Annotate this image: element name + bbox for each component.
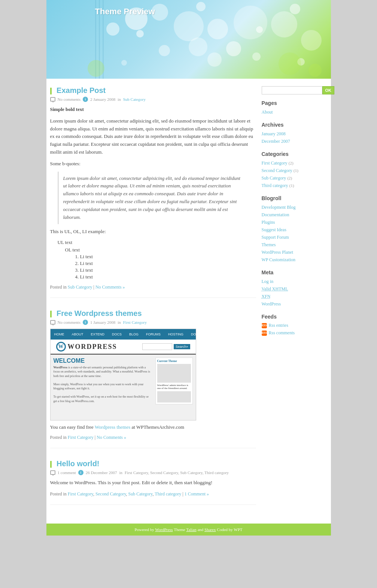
footer-sharex-link[interactable]: Sharex	[204, 527, 216, 532]
cat-third: Third category (1)	[262, 183, 327, 189]
archive-jan-2008-link[interactable]: January 2008	[262, 131, 286, 136]
blogroll-support-link[interactable]: Support Forum	[262, 235, 289, 240]
post2-wp-themes-link[interactable]: Wordpress themes	[95, 424, 130, 430]
archive-dec-2007-link[interactable]: December 2007	[262, 139, 290, 144]
post1-para1: Lorem ipsum dolor sit amet, consectetur …	[50, 117, 256, 156]
post2-posted-in: Posted in	[50, 435, 67, 440]
meta-wordpress-link[interactable]: WordPress	[262, 301, 281, 307]
info-icon-3: i	[78, 470, 83, 475]
post1-list-intro: This is UL, OL, LI example:	[50, 228, 256, 236]
blogroll-docs-link[interactable]: Documentation	[262, 212, 289, 217]
post1-category-link[interactable]: Sub Category	[123, 97, 146, 102]
post2-title-link[interactable]: Free Wordpress themes	[57, 309, 142, 317]
blogroll-suggest-link[interactable]: Suggest Ideas	[262, 227, 286, 232]
cat-first-link[interactable]: First Category	[262, 160, 288, 166]
blogroll-section: Blogroll Development Blog Documentation …	[262, 195, 327, 263]
sidebar: OK Pages About Archives January 2008	[262, 86, 327, 516]
meta-xhtml-link[interactable]: Valid XHTML	[262, 286, 288, 292]
ol-label: OL text	[65, 247, 256, 253]
post2-title: Free Wordpress themes	[50, 309, 256, 318]
wp-logo: W WordPress	[56, 342, 117, 352]
cat-first: First Category (2)	[262, 160, 327, 166]
post3-content: Welcome to WordPress. This is your first…	[50, 479, 256, 487]
li-item-2: Li text	[80, 260, 256, 266]
content-area: Example Post No comments i 2 January 200…	[50, 86, 256, 516]
post3-cat1[interactable]: First Category	[68, 491, 93, 497]
post1-subtext: Some b-quotes:	[50, 160, 256, 168]
feed-rss-entries-link[interactable]: Rss entries	[269, 323, 288, 328]
post1-in: in	[118, 97, 121, 102]
search-form: OK	[262, 86, 327, 94]
theme-preview-box	[157, 364, 191, 383]
site-footer: Powered by WordPress Theme Talian and Sh…	[46, 524, 331, 536]
post1-comments: No comments	[58, 97, 80, 102]
feeds-title: Feeds	[262, 314, 327, 320]
post3-cat4[interactable]: Third category	[155, 491, 181, 497]
cat-third-link[interactable]: Third category	[262, 183, 288, 188]
site-header: Theme Preview	[46, 0, 331, 79]
blogroll-planet-link[interactable]: WordPress Planet	[262, 250, 294, 255]
wp-search-input[interactable]	[142, 343, 172, 350]
blogroll-wpcust-link[interactable]: WP Customization	[262, 257, 296, 262]
post3-cat3[interactable]: Sub Category	[128, 491, 153, 497]
post-hello-world: Hello world! 1 comment i 26 December 200…	[50, 459, 256, 505]
cat-sub: Sub Category (2)	[262, 175, 327, 181]
blogroll-dev-link[interactable]: Development Blog	[262, 205, 296, 210]
blogroll-planet: WordPress Planet	[262, 249, 327, 255]
cat-second: Second Category (1)	[262, 168, 327, 174]
search-input[interactable]	[262, 86, 322, 94]
post2-footer: Posted in First Category | No Comments »	[50, 435, 256, 440]
categories-title: Categories	[262, 151, 327, 157]
wp-welcome-heading: WELCOME	[54, 358, 152, 364]
post1-title-link[interactable]: Example Post	[57, 86, 106, 94]
search-button[interactable]: OK	[322, 86, 335, 94]
wp-logo-text: WordPress	[68, 343, 117, 351]
post3-cat2[interactable]: Second Category	[95, 491, 126, 497]
post3-title-link[interactable]: Hello world!	[57, 459, 99, 468]
wp-nav-bar: Home About Extend Docs Blog Forums Hosti…	[51, 329, 196, 340]
page-about-link[interactable]: About	[262, 109, 273, 115]
post2-category-link[interactable]: First Category	[123, 320, 147, 325]
post2-date: 1 January 2008	[90, 320, 115, 325]
blogroll-plugins-link[interactable]: Plugins	[262, 220, 275, 225]
feed-rss-comments-link[interactable]: Rss comments	[269, 330, 295, 336]
categories-section: Categories First Category (2) Second Cat…	[262, 151, 327, 189]
blogroll-support: Support Forum	[262, 234, 327, 240]
footer-coded-by: Coded by WPT	[217, 527, 242, 532]
pages-title: Pages	[262, 100, 327, 106]
footer-wordpress-link[interactable]: WordPress	[155, 527, 173, 532]
post1-no-comments[interactable]: No Comments »	[95, 284, 125, 290]
post3-posted-in: Posted in	[50, 491, 67, 497]
blogroll-wpcust: WP Customization	[262, 257, 327, 263]
blogroll-themes-link[interactable]: Themes	[262, 242, 276, 247]
cat-sub-link[interactable]: Sub Category	[262, 175, 286, 181]
meta-section: Meta Log in Valid XHTML XFN WordPress	[262, 269, 327, 307]
footer-and: and	[197, 527, 203, 532]
meta-xfn-link[interactable]: XFN	[262, 294, 271, 299]
post2-body: You can easy find free Wordpress themes …	[50, 424, 256, 430]
post2-footer-cat[interactable]: First Category	[68, 435, 94, 440]
wp-body-text: WordPress is a state-of-the-art semantic…	[54, 365, 152, 403]
feed-rss-comments: RSS Rss comments	[262, 330, 327, 336]
post1-title: Example Post	[50, 86, 256, 95]
post3-footer: Posted in First Category, Second Categor…	[50, 491, 256, 497]
meta-title: Meta	[262, 269, 327, 275]
post2-body-text: You can easy find free	[50, 424, 94, 430]
blogroll-dev: Development Blog	[262, 204, 327, 210]
wp-feature-box: Current Theme WordPress' admin interface…	[155, 358, 193, 404]
cat-second-count: (1)	[294, 168, 298, 173]
pages-section: Pages About	[262, 100, 327, 115]
wp-body-inner: WELCOME WordPress is a state-of-the-art …	[54, 358, 193, 404]
meta-login-link[interactable]: Log in	[262, 279, 274, 284]
cat-second-link[interactable]: Second Category	[262, 168, 292, 173]
post1-footer-category[interactable]: Sub Category	[68, 284, 92, 290]
post3-comment-link[interactable]: 1 Comment »	[185, 491, 209, 497]
archives-section: Archives January 2008 December 2007	[262, 122, 327, 144]
archives-list: January 2008 December 2007	[262, 131, 327, 144]
wp-search-button[interactable]: Search»	[174, 344, 190, 349]
blogroll-plugins: Plugins	[262, 219, 327, 225]
footer-talian-link[interactable]: Talian	[186, 527, 196, 532]
post-wp-themes: Free Wordpress themes No comments i 1 Ja…	[50, 309, 256, 448]
page-about: About	[262, 109, 327, 115]
post2-no-comments[interactable]: No Comments »	[97, 435, 126, 440]
